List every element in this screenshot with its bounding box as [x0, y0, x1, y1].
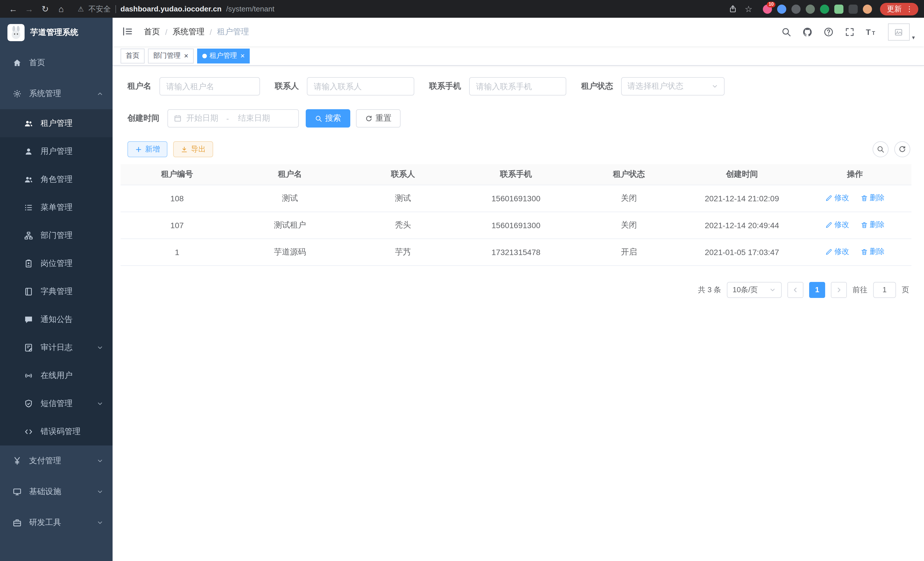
close-tab-icon[interactable]: × [184, 52, 188, 59]
sidebar-item-notice[interactable]: 通知公告 [0, 305, 112, 333]
tab-dept-management[interactable]: 部门管理 × [148, 48, 194, 63]
browser-menu-icon[interactable]: ⋮ [906, 5, 913, 13]
sidebar-item-infrastructure[interactable]: 基础设施 [0, 476, 112, 507]
extension-icon[interactable] [834, 4, 843, 14]
sidebar-item-dict-management[interactable]: 字典管理 [0, 277, 112, 305]
help-icon[interactable] [822, 26, 835, 38]
sidebar-item-home[interactable]: 首页 [0, 47, 112, 78]
search-button[interactable]: 搜索 [306, 109, 350, 128]
contact-input[interactable] [307, 77, 414, 96]
monitor-icon [13, 487, 22, 496]
extension-icon[interactable] [820, 4, 829, 14]
date-range-picker[interactable]: 开始日期 - 结束日期 [167, 109, 299, 128]
extensions-puzzle-icon[interactable] [849, 4, 858, 14]
app-logo[interactable]: 芋道管理系统 [0, 18, 112, 47]
breadcrumb-home[interactable]: 首页 [144, 27, 160, 37]
font-size-icon[interactable] [865, 26, 877, 38]
tenant-name-label: 租户名 [128, 81, 152, 92]
export-button[interactable]: 导出 [173, 141, 213, 157]
sidebar-item-sms-management[interactable]: 短信管理 [0, 390, 112, 417]
sidebar-item-online-users[interactable]: 在线用户 [0, 361, 112, 390]
fullscreen-icon[interactable] [843, 26, 856, 38]
add-button[interactable]: 新增 [128, 141, 167, 157]
delete-link[interactable]: 删除 [861, 247, 885, 257]
url-host: dashboard.yudao.iocoder.cn [121, 5, 222, 13]
status-select[interactable]: 请选择租户状态 [621, 77, 724, 96]
sidebar-item-label: 错误码管理 [40, 426, 104, 437]
broadcast-icon [24, 371, 33, 380]
sidebar-item-label: 租户管理 [40, 118, 104, 128]
start-date-placeholder: 开始日期 [186, 113, 218, 123]
next-page-button[interactable] [831, 282, 847, 298]
sidebar-item-user-management[interactable]: 用户管理 [0, 137, 112, 165]
sidebar-item-payment-management[interactable]: 支付管理 [0, 445, 112, 476]
sidebar-item-label: 用户管理 [40, 146, 104, 156]
book-icon [24, 287, 33, 296]
sidebar-item-post-management[interactable]: 岗位管理 [0, 249, 112, 277]
extension-icon[interactable] [777, 4, 786, 14]
sidebar-item-dept-management[interactable]: 部门管理 [0, 221, 112, 249]
github-icon[interactable] [801, 26, 814, 38]
sidebar-item-error-code-management[interactable]: 错误码管理 [0, 417, 112, 445]
browser-refresh-icon[interactable]: ↻ [38, 2, 52, 16]
sidebar-item-role-management[interactable]: 角色管理 [0, 165, 112, 193]
export-button-label: 导出 [191, 144, 206, 154]
download-icon [181, 146, 188, 153]
phone-input[interactable] [469, 77, 566, 96]
sidebar-collapse-icon[interactable] [122, 26, 134, 38]
browser-profile-avatar[interactable] [863, 4, 872, 14]
sidebar-item-dev-tools[interactable]: 研发工具 [0, 507, 112, 538]
bookmark-star-icon[interactable]: ☆ [741, 2, 756, 16]
cell-create-time: 2021-01-05 17:03:47 [686, 238, 798, 265]
extension-icon[interactable] [806, 4, 815, 14]
browser-forward-icon[interactable]: → [22, 2, 37, 16]
edit-link[interactable]: 修改 [825, 193, 849, 203]
browser-home-icon[interactable]: ⌂ [54, 2, 69, 16]
sidebar-item-menu-management[interactable]: 菜单管理 [0, 193, 112, 221]
tab-label: 首页 [126, 51, 140, 61]
goto-page-input[interactable] [873, 282, 896, 298]
chat-bubble-icon [24, 315, 33, 324]
chevron-down-icon [97, 488, 104, 495]
tenant-name-input[interactable] [159, 77, 260, 96]
edit-label: 修改 [834, 220, 849, 230]
list-icon [24, 203, 33, 212]
browser-back-icon[interactable]: ← [6, 2, 21, 16]
sidebar-item-system-management[interactable]: 系统管理 [0, 78, 112, 109]
trash-icon [861, 221, 868, 229]
sidebar-item-label: 审计日志 [40, 342, 89, 353]
trash-icon [861, 248, 868, 256]
share-icon[interactable] [725, 2, 740, 16]
reset-button[interactable]: 重置 [356, 109, 400, 128]
toggle-search-icon[interactable] [873, 141, 889, 157]
user-avatar-menu[interactable]: ▾ [888, 23, 915, 41]
delete-link[interactable]: 删除 [861, 193, 885, 203]
sidebar-item-tenant-management[interactable]: 租户管理 [0, 109, 112, 137]
extension-icon[interactable] [791, 4, 801, 14]
yen-icon [13, 456, 22, 465]
phone-label: 联系手机 [429, 81, 461, 92]
chevron-down-icon [97, 457, 104, 464]
page-number-button[interactable]: 1 [809, 282, 825, 298]
tab-home[interactable]: 首页 [121, 48, 145, 63]
update-button[interactable]: 更新 ⋮ [880, 3, 918, 15]
search-icon[interactable] [780, 26, 793, 38]
breadcrumb-system-management[interactable]: 系统管理 [172, 27, 205, 37]
extension-icon[interactable]: 10 [763, 4, 772, 14]
sidebar-item-label: 通知公告 [40, 314, 104, 325]
delete-link[interactable]: 删除 [861, 220, 885, 230]
cell-phone: 17321315478 [459, 238, 572, 265]
chevron-down-icon [97, 400, 104, 407]
edit-link[interactable]: 修改 [825, 247, 849, 257]
sidebar-item-label: 短信管理 [40, 398, 89, 409]
sidebar-item-audit-log[interactable]: 审计日志 [0, 333, 112, 361]
search-icon [315, 115, 322, 122]
tab-tenant-management[interactable]: 租户管理 × [197, 48, 250, 63]
refresh-table-icon[interactable] [894, 141, 910, 157]
close-tab-icon[interactable]: × [240, 52, 244, 59]
chevron-down-icon [711, 83, 718, 90]
prev-page-button[interactable] [788, 282, 803, 298]
edit-link[interactable]: 修改 [825, 220, 849, 230]
page-size-select[interactable]: 10条/页 [727, 282, 782, 298]
address-bar[interactable]: ⚠ 不安全 dashboard.yudao.iocoder.cn/system/… [78, 4, 274, 14]
